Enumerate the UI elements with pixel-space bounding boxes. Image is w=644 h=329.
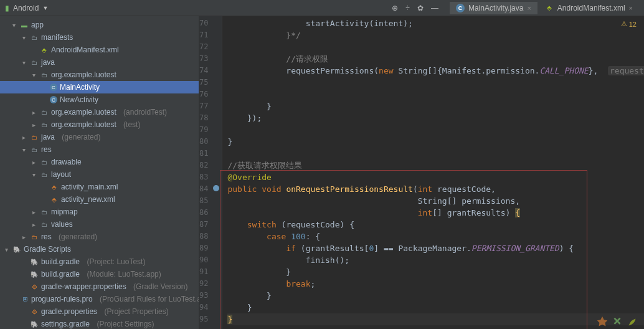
- line-number[interactable]: 75: [199, 77, 222, 88]
- code-line[interactable]: //请求权限: [227, 53, 644, 65]
- tree-pkg-test[interactable]: 🗀org.example.luotest (test): [0, 118, 199, 131]
- tree-res[interactable]: 🗀res: [0, 143, 199, 156]
- gutter[interactable]: 7071727374757677787980818283848586878889…: [199, 16, 222, 329]
- tree-manifests[interactable]: 🗀manifests: [0, 31, 199, 44]
- tree-settings-gradle[interactable]: 🐘settings.gradle (Project Settings): [0, 318, 199, 329]
- code-line[interactable]: }: [227, 100, 644, 112]
- override-gutter-icon[interactable]: [213, 185, 219, 191]
- line-number[interactable]: 80: [199, 136, 222, 148]
- tree-values[interactable]: 🗀values: [0, 218, 199, 231]
- line-number[interactable]: 88: [199, 231, 222, 242]
- code-area[interactable]: startActivity(intent); }*/ //请求权限 reques…: [222, 16, 644, 329]
- tree-activity-new-xml[interactable]: ⬘activity_new.xml: [0, 193, 199, 206]
- code-line[interactable]: }: [227, 313, 644, 325]
- code-editor[interactable]: 7071727374757677787980818283848586878889…: [199, 16, 644, 329]
- line-number[interactable]: 72: [199, 41, 222, 53]
- line-number[interactable]: 86: [199, 207, 222, 219]
- code-line[interactable]: }: [227, 302, 644, 313]
- line-number[interactable]: 90: [199, 254, 222, 266]
- project-view-selector[interactable]: ▮ Android ▼: [5, 4, 48, 12]
- line-number[interactable]: 79: [199, 124, 222, 136]
- tree-main-activity[interactable]: CMainActivity: [0, 81, 199, 93]
- tree-drawable[interactable]: 🗀drawable: [0, 156, 199, 168]
- tree-app[interactable]: ▬app: [0, 19, 199, 31]
- code-line[interactable]: @Override: [227, 171, 644, 183]
- top-bar: ▮ Android ▼ ⊕ ÷ ✿ — C MainActivity.java …: [0, 0, 644, 16]
- tree-java[interactable]: 🗀java: [0, 56, 199, 69]
- code-line[interactable]: case 100: {: [227, 231, 644, 242]
- line-number[interactable]: 78: [199, 112, 222, 124]
- minimize-icon[interactable]: —: [431, 4, 438, 12]
- code-line[interactable]: [227, 41, 644, 53]
- line-number[interactable]: 71: [199, 29, 222, 41]
- folder-icon: 🗀: [30, 232, 39, 241]
- line-number[interactable]: 74: [199, 65, 222, 77]
- code-line[interactable]: [227, 148, 644, 160]
- divide-icon[interactable]: ÷: [405, 4, 410, 12]
- code-line[interactable]: public void onRequestPermissionsResult(i…: [227, 183, 644, 195]
- tree-pkg-androidtest[interactable]: 🗀org.example.luotest (androidTest): [0, 106, 199, 118]
- tree-new-activity[interactable]: CNewActivity: [0, 93, 199, 106]
- close-icon[interactable]: ×: [527, 4, 531, 12]
- code-line[interactable]: int[] grantResults) {: [227, 207, 644, 219]
- code-line[interactable]: }: [227, 290, 644, 302]
- code-line[interactable]: [227, 77, 644, 88]
- tree-java-gen[interactable]: 🗀java (generated): [0, 131, 199, 143]
- code-line[interactable]: });: [227, 112, 644, 124]
- line-number[interactable]: 85: [199, 195, 222, 207]
- line-number[interactable]: 76: [199, 88, 222, 100]
- tree-manifest-file[interactable]: ⬘AndroidManifest.xml: [0, 44, 199, 56]
- code-line[interactable]: [227, 124, 644, 136]
- tree-res-gen[interactable]: 🗀res (generated): [0, 231, 199, 243]
- project-tree[interactable]: ▬app 🗀manifests ⬘AndroidManifest.xml 🗀ja…: [0, 16, 199, 329]
- code-line[interactable]: break;: [227, 278, 644, 290]
- code-line[interactable]: //获取请求权限结果: [227, 160, 644, 171]
- tree-pkg-main[interactable]: 🗀org.example.luotest: [0, 69, 199, 81]
- code-line[interactable]: if (grantResults[0] == PackageManager.PE…: [227, 242, 644, 254]
- code-line[interactable]: finish();: [227, 254, 644, 266]
- line-number[interactable]: 70: [199, 17, 222, 29]
- line-number[interactable]: 81: [199, 148, 222, 160]
- code-line[interactable]: startActivity(intent);: [227, 17, 644, 29]
- code-line[interactable]: switch (requestCode) {: [227, 219, 644, 231]
- code-line[interactable]: }: [227, 266, 644, 278]
- code-line[interactable]: [227, 88, 644, 100]
- line-number[interactable]: 87: [199, 219, 222, 231]
- tree-build-gradle-project[interactable]: 🐘build.gradle (Project: LuoTest): [0, 255, 199, 268]
- close-icon[interactable]: ×: [629, 4, 633, 12]
- line-number[interactable]: 82: [199, 160, 222, 171]
- tab-main-activity[interactable]: C MainActivity.java ×: [450, 2, 537, 14]
- line-number[interactable]: 83: [199, 171, 222, 183]
- target-icon[interactable]: ⊕: [392, 4, 398, 12]
- tree-gradle-props[interactable]: ⚙gradle.properties (Project Properties): [0, 305, 199, 318]
- line-number[interactable]: 94: [199, 302, 222, 313]
- tree-layout[interactable]: 🗀layout: [0, 168, 199, 181]
- line-number[interactable]: 77: [199, 100, 222, 112]
- package-icon: 🗀: [40, 108, 49, 117]
- tab-android-manifest[interactable]: ⬘ AndroidManifest.xml ×: [539, 2, 639, 14]
- class-icon: C: [50, 83, 57, 91]
- line-number[interactable]: 84: [199, 183, 222, 195]
- warning-badge[interactable]: ⚠ 12: [621, 20, 637, 28]
- line-number[interactable]: 89: [199, 242, 222, 254]
- tree-gradle-wrapper[interactable]: ⚙gradle-wrapper.properties (Gradle Versi…: [0, 280, 199, 293]
- code-line[interactable]: String[] permissions,: [227, 195, 644, 207]
- tree-mipmap[interactable]: 🗀mipmap: [0, 206, 199, 218]
- folder-icon: 🗀: [40, 220, 49, 229]
- props-file-icon: ⚙: [30, 307, 39, 316]
- tree-gradle-scripts[interactable]: 🐘Gradle Scripts: [0, 243, 199, 255]
- code-line[interactable]: }: [227, 136, 644, 148]
- code-line[interactable]: }*/: [227, 29, 644, 41]
- tree-activity-main-xml[interactable]: ⬘activity_main.xml: [0, 181, 199, 193]
- line-number[interactable]: 93: [199, 290, 222, 302]
- props-file-icon: ⚙: [30, 282, 39, 291]
- tree-proguard[interactable]: ⛨proguard-rules.pro (ProGuard Rules for …: [0, 293, 199, 305]
- layout-file-icon: ⬘: [50, 183, 59, 191]
- line-number[interactable]: 92: [199, 278, 222, 290]
- line-number[interactable]: 91: [199, 266, 222, 278]
- settings-icon[interactable]: ✿: [417, 4, 424, 12]
- code-line[interactable]: requestPermissions(new String[]{Manifest…: [227, 65, 644, 77]
- line-number[interactable]: 95: [199, 313, 222, 325]
- tree-build-gradle-module[interactable]: 🐘build.gradle (Module: LuoTest.app): [0, 268, 199, 280]
- line-number[interactable]: 73: [199, 53, 222, 65]
